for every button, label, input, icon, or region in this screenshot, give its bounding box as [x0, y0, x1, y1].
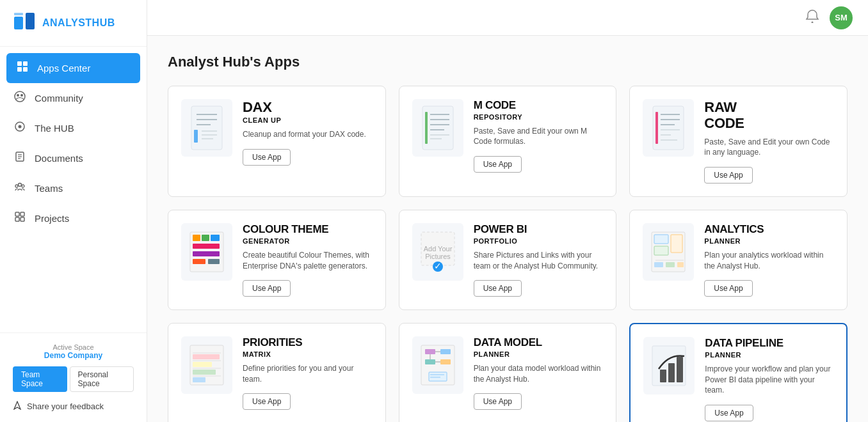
app-card-raw-code: RAWCODE Paste, Save and Edit your own Co…	[629, 86, 848, 197]
svg-point-17	[15, 185, 18, 187]
data-model-planner-info: DATA MODEL PLANNER Plan your data model …	[474, 336, 604, 410]
app-card-data-model-planner: DATA MODEL PLANNER Plan your data model …	[399, 323, 617, 422]
svg-rect-57	[208, 259, 220, 264]
svg-rect-64	[654, 235, 668, 244]
svg-point-18	[22, 185, 24, 187]
power-bi-portfolio-icon: Add Your Pictures ✓	[412, 223, 463, 281]
sidebar-item-documents[interactable]: Documents	[0, 143, 147, 173]
data-pipeline-planner-subtitle: PLANNER	[705, 351, 833, 359]
dax-cleanup-subtitle: CLEAN UP	[243, 116, 373, 124]
app-card-priorities-matrix: PRIORITIES MATRIX Define priorities for …	[168, 323, 386, 422]
mcode-repository-use-app-button[interactable]: Use App	[474, 156, 522, 173]
colour-theme-desc: Create beautiful Colour Themes, with Ent…	[243, 250, 373, 272]
colour-theme-icon	[181, 223, 232, 281]
page-title: Analyst Hub's Apps	[168, 54, 848, 70]
priorities-matrix-icon	[181, 336, 232, 394]
app-card-dax-cleanup: DAX CLEAN UP Cleanup and format your DAX…	[168, 86, 386, 197]
analytics-planner-icon	[643, 223, 694, 281]
svg-rect-94	[677, 357, 683, 382]
svg-rect-56	[193, 259, 205, 264]
apps-center-icon	[15, 61, 29, 75]
data-pipeline-planner-name: DATA PIPELINE	[705, 337, 833, 350]
logo-analyst: ANALYST	[42, 17, 92, 28]
svg-rect-88	[429, 372, 447, 381]
notifications-bell[interactable]	[805, 9, 819, 26]
svg-rect-26	[191, 106, 222, 150]
sidebar-item-the-hub-label: The HUB	[35, 123, 74, 134]
analytics-planner-subtitle: PLANNER	[704, 237, 834, 245]
svg-rect-20	[20, 212, 24, 216]
data-pipeline-planner-use-app-button[interactable]: Use App	[705, 405, 753, 421]
space-tabs: Team Space Personal Space	[13, 366, 134, 392]
logo: ANALYSTHUB	[0, 0, 147, 47]
priorities-matrix-subtitle: MATRIX	[243, 350, 373, 358]
svg-rect-30	[194, 130, 198, 143]
svg-point-25	[812, 22, 814, 24]
dax-cleanup-info: DAX CLEAN UP Cleanup and format your DAX…	[243, 99, 373, 166]
svg-rect-70	[677, 262, 684, 267]
app-card-mcode-repository: M CODE REPOSITORY Paste, Save and Edit y…	[399, 86, 617, 197]
community-icon	[13, 91, 27, 106]
analytics-planner-use-app-button[interactable]: Use App	[704, 280, 752, 297]
sidebar-bottom: Active Space Demo Company Team Space Per…	[0, 332, 147, 422]
priorities-matrix-info: PRIORITIES MATRIX Define priorities for …	[243, 336, 373, 410]
content-area: Analyst Hub's Apps	[147, 36, 868, 422]
svg-text:Pictures: Pictures	[425, 253, 451, 260]
personal-space-tab[interactable]: Personal Space	[70, 366, 134, 392]
raw-code-name: RAWCODE	[704, 99, 834, 132]
sidebar-item-teams-label: Teams	[35, 183, 63, 194]
svg-rect-2	[14, 13, 23, 15]
data-model-planner-name: DATA MODEL	[474, 336, 604, 349]
user-avatar[interactable]: SM	[830, 6, 853, 29]
dax-cleanup-use-app-button[interactable]: Use App	[243, 149, 291, 166]
dax-cleanup-desc: Cleanup and format your DAX code.	[243, 129, 373, 140]
analytics-planner-name: ANALYTICS	[704, 223, 834, 236]
raw-code-use-app-button[interactable]: Use App	[704, 167, 752, 184]
power-bi-portfolio-use-app-button[interactable]: Use App	[474, 280, 522, 297]
svg-rect-19	[15, 212, 19, 216]
priorities-matrix-use-app-button[interactable]: Use App	[243, 393, 291, 410]
svg-marker-23	[14, 402, 20, 409]
sidebar-item-teams[interactable]: Teams	[0, 173, 147, 203]
svg-rect-65	[654, 246, 668, 255]
sidebar-item-apps-center[interactable]: Apps Center	[6, 53, 140, 83]
logo-text: ANALYSTHUB	[42, 17, 115, 29]
data-model-planner-desc: Plan your data model workload within the…	[474, 363, 604, 385]
active-space-label: Active Space	[13, 343, 134, 351]
svg-text:✓: ✓	[434, 261, 442, 271]
analytics-planner-info: ANALYTICS PLANNER Plan your analytics wo…	[704, 223, 834, 297]
sidebar-item-community-label: Community	[35, 93, 83, 104]
svg-rect-69	[666, 262, 675, 267]
sidebar-item-community[interactable]: Community	[0, 83, 147, 113]
active-space-company: Demo Company	[13, 351, 134, 360]
sidebar-item-apps-center-label: Apps Center	[37, 63, 90, 74]
colour-theme-use-app-button[interactable]: Use App	[243, 280, 291, 297]
analytics-planner-desc: Plan your analytics workload within the …	[704, 250, 834, 272]
svg-rect-54	[193, 244, 220, 249]
teams-icon	[13, 181, 27, 196]
priorities-matrix-name: PRIORITIES	[243, 336, 373, 349]
svg-point-7	[15, 91, 25, 102]
mcode-repository-icon	[412, 99, 463, 157]
svg-rect-83	[440, 349, 451, 354]
svg-rect-1	[26, 13, 35, 29]
main-content: SM Analyst Hub's Apps	[147, 0, 868, 422]
team-space-tab[interactable]: Team Space	[13, 366, 67, 392]
svg-rect-84	[440, 359, 451, 364]
svg-rect-43	[655, 112, 658, 144]
data-model-planner-icon	[412, 336, 463, 394]
svg-rect-21	[15, 217, 19, 221]
mcode-repository-name: M CODE	[474, 99, 604, 112]
data-pipeline-planner-info: DATA PIPELINE PLANNER Improve your workf…	[705, 337, 833, 421]
power-bi-portfolio-desc: Share Pictures and Links with your team …	[474, 250, 604, 272]
documents-icon	[13, 151, 27, 166]
feedback-icon	[13, 401, 22, 412]
svg-rect-79	[193, 377, 205, 382]
sidebar-item-projects[interactable]: Projects	[0, 203, 147, 233]
sidebar-item-the-hub[interactable]: The HUB	[0, 113, 147, 143]
data-model-planner-use-app-button[interactable]: Use App	[474, 393, 522, 410]
sidebar-nav: Apps Center Community The HUB Documents	[0, 47, 147, 332]
svg-rect-35	[425, 112, 428, 144]
feedback-item[interactable]: Share your feedback	[13, 401, 134, 412]
power-bi-portfolio-subtitle: PORTFOLIO	[474, 237, 604, 245]
